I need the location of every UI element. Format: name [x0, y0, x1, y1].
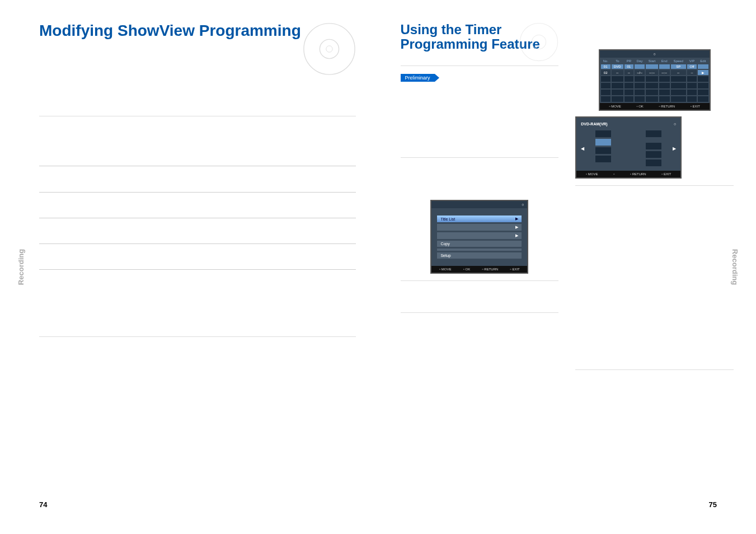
- step-4: ◀▶ ▲▼: [575, 193, 734, 213]
- page-74: Recording Modifying ShowView Programming…: [0, 0, 378, 534]
- prelim-text: 1. Check the clock of your DVD recorder …: [401, 87, 559, 113]
- timer-table: No. To PR Day Start End Speed V/P Edit: [600, 58, 710, 103]
- menu-screenshot: ○ Title List▶ ▶ ▶ Copy Setup ▫ MOVE ▫ OK…: [430, 200, 528, 274]
- step-3: ▲▼ ▶: [575, 25, 734, 41]
- note-move: ◀▶: [575, 193, 734, 202]
- row-speed: Tape Speed ◀ ▶▲ ▼: [39, 218, 356, 244]
- side-tab-right: Recording: [731, 249, 739, 285]
- row-time: Start/Stop time ◀ ▶▲ ▼: [39, 193, 356, 218]
- note-set: ▲▼: [575, 204, 734, 213]
- circled-3: ③: [401, 183, 406, 193]
- row-day: Day selection ◀ ▶▲ ▼: [39, 166, 356, 192]
- menu-item-copy: Copy: [437, 241, 522, 247]
- svg-point-2: [326, 46, 332, 52]
- row-programme-number: Programme number ◀ ▶ Press the ◀ or ▶ bu…: [39, 122, 356, 166]
- programme-screenshot: DVD-RAM(VR) ○ ◀: [575, 116, 682, 179]
- preliminary-badge: Preliminary: [401, 74, 435, 82]
- step-2: ▲▼ ▶: [401, 288, 559, 305]
- table-row: [601, 83, 708, 88]
- page-75: Recording Using the Timer Programming Fe…: [378, 0, 757, 534]
- circled-2: ②: [401, 174, 406, 183]
- svg-point-4: [532, 35, 546, 49]
- svg-point-0: [303, 24, 354, 74]
- menu-item: ▶: [437, 224, 522, 231]
- circled-1: ①: [401, 165, 406, 174]
- table-row: 01 DVD 01 SP Off: [601, 64, 708, 69]
- table-row: [601, 96, 708, 102]
- disc-icon: [303, 22, 356, 76]
- table-row: 02 -- -- --/-- --:-- --:-- -- -- ▶: [601, 70, 708, 75]
- table-row: [601, 76, 708, 82]
- menu-item-title-list: Title List▶: [437, 216, 522, 222]
- side-tab-left: Recording: [17, 249, 25, 285]
- row-vps: VPS/PDC ◀ ▶▲ ▼: [39, 244, 356, 270]
- timer-record-screenshot: ○ No. To PR Day Start End Speed V/P Edit: [599, 49, 711, 111]
- row-edit: Edit ◀ ▶▲ ▼: [39, 270, 356, 308]
- step-1: ①① Press MENU button. ② ▲▼ ▶ ③: [401, 165, 559, 193]
- svg-point-1: [320, 39, 339, 58]
- table-row: [601, 90, 708, 95]
- svg-point-3: [520, 23, 558, 60]
- menu-item: [437, 249, 522, 251]
- menu-item-setup: Setup: [437, 252, 522, 259]
- menu-tagline: ▫ MOVE ▫ OK ▫ RETURN ▫ EXIT: [431, 266, 527, 273]
- disc-icon-right: [519, 22, 558, 62]
- page-number-right: 75: [709, 500, 717, 509]
- page-number-left: 74: [39, 500, 47, 509]
- menu-item: ▶: [437, 232, 522, 239]
